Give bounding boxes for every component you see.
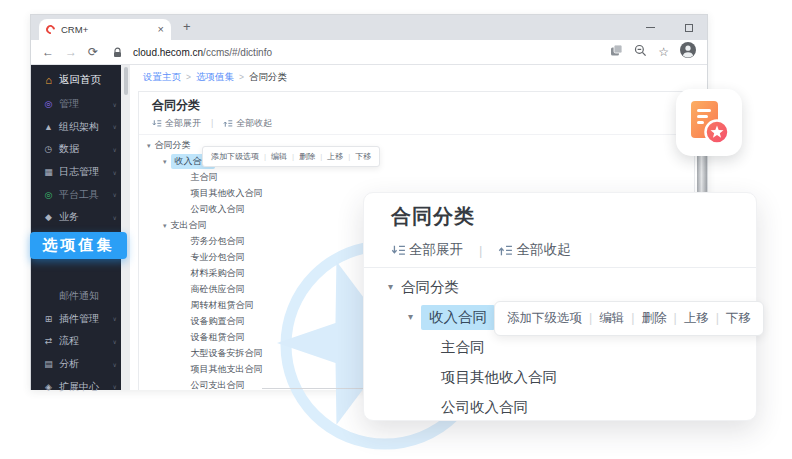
crm-favicon-icon	[44, 23, 57, 36]
tree-node[interactable]: ▾ 公司收入合同	[364, 392, 756, 421]
browser-toolbar: ← → ⟳ cloud.hecom.cn/ccms/#/dictinfo ☆	[31, 40, 707, 65]
org-icon	[42, 122, 55, 132]
action-link[interactable]: 编辑	[259, 151, 287, 162]
sidebar-item[interactable]: 插件管理 ∨	[31, 308, 121, 331]
action-link[interactable]: 添加下级选项	[507, 310, 582, 327]
ring-icon-green	[42, 190, 55, 200]
breadcrumb-item[interactable]: 设置主页	[143, 71, 196, 84]
breadcrumb-item[interactable]: 合同分类	[249, 71, 287, 84]
expand-arrow-icon: ▾	[163, 158, 167, 165]
action-link[interactable]: 删除	[287, 151, 315, 162]
plugin-icon	[42, 314, 55, 324]
sidebar-item[interactable]: 扩展中心 ∨	[31, 375, 121, 398]
flow-icon	[42, 336, 55, 346]
action-link[interactable]: 下移	[709, 310, 751, 327]
tree-node[interactable]: ▾ 项目其他收入合同	[364, 362, 756, 392]
expand-arrow-icon: ▾	[147, 142, 151, 149]
sidebar-item[interactable]: 分析 ∨	[31, 353, 121, 376]
sidebar: 返回首页 ∨ 管理 ∨ 组织架构 ∨ 数据 ∨	[31, 65, 121, 390]
breadcrumb: 设置主页选项值集合同分类	[143, 69, 287, 85]
action-link[interactable]: 下移	[343, 151, 371, 162]
tree-toolbar: 全部展开 | 全部收起	[152, 116, 694, 130]
chevron-down-icon: ∨	[113, 101, 117, 108]
action-link[interactable]: 添加下级选项	[211, 151, 259, 162]
ring-icon-purple	[42, 99, 55, 109]
connector-bar-decoration	[697, 152, 707, 194]
breadcrumb-item[interactable]: 选项值集	[196, 71, 249, 84]
sidebar-item[interactable]: 管理 ∨	[31, 93, 121, 116]
node-actions-popup-zoom: 添加下级选项编辑删除上移下移	[494, 301, 764, 336]
overlay-page-title: 合同分类	[391, 205, 756, 227]
sidebar-item[interactable]: 平台工具 ∨	[31, 183, 121, 206]
zoom-out-icon[interactable]	[634, 43, 647, 61]
page-title: 合同分类	[152, 98, 694, 112]
contract-doc-icon-card	[676, 89, 742, 156]
action-link[interactable]: 删除	[624, 310, 666, 327]
chevron-down-icon: ∨	[113, 315, 117, 322]
expand-all-button[interactable]: 全部展开	[391, 241, 463, 259]
address-bar[interactable]: cloud.hecom.cn/ccms/#/dictinfo	[133, 47, 272, 58]
expand-all-icon	[152, 119, 162, 128]
chevron-down-icon: ∨	[113, 338, 117, 345]
collapse-all-icon	[498, 244, 513, 257]
window-controls	[646, 15, 693, 40]
sidebar-item[interactable]: 流程 ∨	[31, 330, 121, 353]
tab-title: CRM+	[61, 24, 152, 35]
document-star-icon	[687, 99, 731, 147]
divider: |	[479, 243, 482, 258]
chevron-down-icon: ∨	[113, 191, 117, 198]
action-link[interactable]: 编辑	[582, 310, 624, 327]
collapse-all-icon	[223, 119, 233, 128]
bookmark-star-icon[interactable]: ☆	[658, 46, 669, 58]
tree-node[interactable]: ▾ 合同分类	[364, 272, 756, 302]
forward-icon[interactable]: →	[65, 46, 77, 58]
tutorial-canvas: CRM+ × + ← → ⟳ cloud.hecom.cn/ccms/#/dic…	[0, 0, 792, 459]
new-tab-button[interactable]: +	[183, 19, 191, 34]
sidebar-item[interactable]: 日志管理 ∨	[31, 161, 121, 184]
minimize-button[interactable]	[646, 27, 655, 28]
browser-tab-strip: CRM+ × +	[31, 15, 707, 40]
sidebar-item[interactable]: 邮件通知 ∨	[31, 284, 121, 308]
back-icon[interactable]: ←	[42, 46, 54, 58]
divider-line	[364, 267, 756, 268]
collapse-all-button[interactable]: 全部收起	[498, 241, 570, 259]
chart-icon	[42, 359, 55, 369]
sidebar-item[interactable]: 返回首页 ∨	[31, 67, 121, 93]
sidebar-item[interactable]: 业务 ∨	[31, 206, 121, 229]
extension-icon	[42, 382, 55, 392]
sidebar-scrollbar[interactable]	[121, 65, 130, 390]
collapse-all-button[interactable]: 全部收起	[223, 117, 272, 130]
profile-avatar[interactable]	[680, 42, 696, 62]
url-domain: cloud.hecom.cn	[133, 47, 203, 58]
chevron-down-icon: ∨	[113, 361, 117, 368]
node-actions-popup: 添加下级选项编辑删除上移下移	[202, 146, 380, 167]
tree-node[interactable]: ▾ 主合同	[139, 169, 694, 185]
grid-icon	[42, 167, 55, 177]
chevron-down-icon: ∨	[113, 214, 117, 221]
scrollbar-thumb[interactable]	[124, 67, 128, 95]
divider: |	[211, 118, 213, 128]
clock-icon	[42, 144, 55, 154]
chevron-down-icon: ∨	[113, 383, 117, 390]
sidebar-item[interactable]: 数据 ∨	[31, 138, 121, 161]
toolbar-right-icons: ☆	[610, 42, 696, 62]
option-value-set-button[interactable]: 选项值集	[30, 232, 127, 259]
action-link[interactable]: 上移	[315, 151, 343, 162]
browser-tab[interactable]: CRM+ ×	[39, 19, 171, 40]
chevron-down-icon: ∨	[113, 146, 117, 153]
divider-line	[139, 134, 694, 135]
sidebar-item[interactable]: 组织架构 ∨	[31, 116, 121, 139]
expand-all-button[interactable]: 全部展开	[152, 117, 201, 130]
reload-icon[interactable]: ⟳	[88, 46, 98, 58]
expand-arrow-icon: ▾	[388, 282, 393, 292]
padlock-icon	[113, 47, 122, 58]
maximize-button[interactable]	[685, 24, 693, 32]
url-path: /ccms/#/dictinfo	[203, 47, 272, 58]
briefcase-icon	[42, 212, 55, 222]
pages-icon[interactable]	[610, 43, 623, 61]
tree-node[interactable]: ▾ 主合同	[364, 332, 756, 362]
chevron-down-icon: ∨	[113, 123, 117, 130]
tab-close-icon[interactable]: ×	[158, 24, 164, 35]
action-link[interactable]: 上移	[667, 310, 709, 327]
overlay-tree-toolbar: 全部展开 | 全部收起	[391, 241, 756, 259]
